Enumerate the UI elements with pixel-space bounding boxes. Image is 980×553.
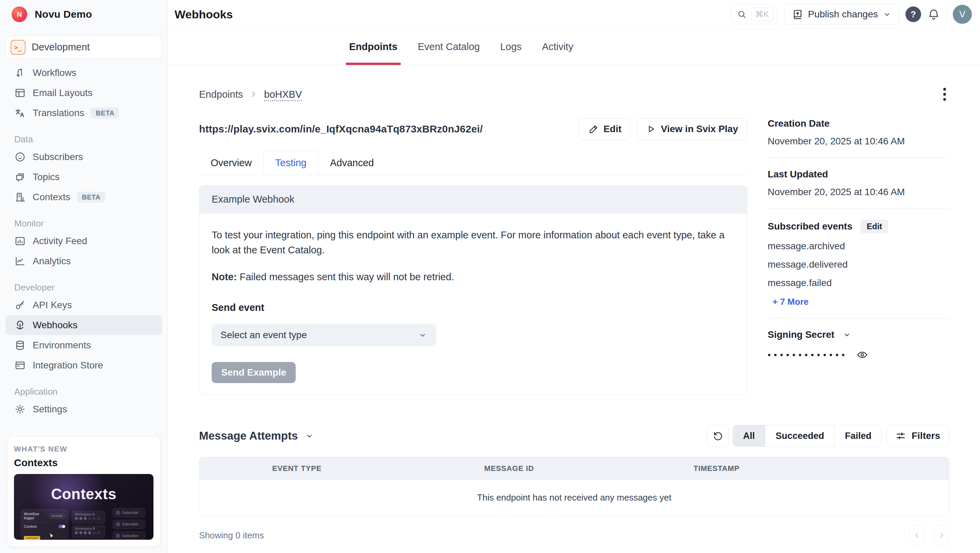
sidebar-item-topics[interactable]: Topics <box>5 167 162 187</box>
last-updated-value: November 20, 2025 at 10:46 AM <box>768 186 950 198</box>
environment-label: Development <box>32 41 90 53</box>
sidebar-item-email-layouts[interactable]: Email Layouts <box>5 83 162 103</box>
more-events-link[interactable]: + 7 More <box>772 296 808 307</box>
sidebar-item-label: Settings <box>33 404 67 415</box>
help-button[interactable]: ? <box>905 6 921 22</box>
whats-new-label: WHAT'S NEW <box>14 445 153 454</box>
edit-button[interactable]: Edit <box>579 118 630 140</box>
sidebar-item-translations[interactable]: Translations BETA <box>5 103 162 123</box>
sidebar-item-label: Workflows <box>33 67 76 78</box>
chevron-down-icon <box>883 10 891 19</box>
tab-event-catalog[interactable]: Event Catalog <box>418 29 480 65</box>
whats-new-card[interactable]: WHAT'S NEW Contexts Contexts Workflow tr… <box>7 431 161 547</box>
showing-items-text: Showing 0 items <box>199 530 264 541</box>
sidebar-item-integration-store[interactable]: Integration Store <box>5 355 162 375</box>
event-type-select[interactable]: Select an event type <box>212 324 436 346</box>
sidebar-item-settings[interactable]: Settings <box>5 399 162 419</box>
divider <box>768 158 950 158</box>
view-label: View in Svix Play <box>661 124 738 134</box>
avatar[interactable]: V <box>953 5 972 24</box>
sidebar-item-workflows[interactable]: Workflows <box>5 63 162 83</box>
example-webhook-note: Note: Failed messages sent this way will… <box>212 270 735 285</box>
subscribed-event: message.delivered <box>768 259 950 270</box>
breadcrumb: Endpoints boHXBV <box>199 89 302 100</box>
segment-succeeded[interactable]: Succeeded <box>765 425 835 446</box>
org-header[interactable]: N Novu Demo <box>0 0 167 29</box>
signing-secret-mask: ••••••••••••• <box>768 350 848 360</box>
sidebar-item-label: Topics <box>33 172 60 183</box>
view-in-svix-play-button[interactable]: View in Svix Play <box>637 118 747 140</box>
message-attempts-table: EVENT TYPE MESSAGE ID TIMESTAMP This end… <box>199 457 950 516</box>
previous-page-button[interactable] <box>909 526 925 545</box>
edit-label: Edit <box>603 124 621 134</box>
tab-activity[interactable]: Activity <box>542 29 573 65</box>
sidebar-item-label: Analytics <box>33 256 71 267</box>
endpoint-main-column: https://play.svix.com/in/e_IqfXqcna94aTq… <box>199 118 747 395</box>
breadcrumb-current[interactable]: boHXBV <box>264 89 302 100</box>
refresh-button[interactable] <box>707 425 729 447</box>
webhook-icon <box>14 319 26 331</box>
send-example-button[interactable]: Send Example <box>212 362 296 383</box>
chevron-down-icon <box>418 330 427 340</box>
creation-date-label: Creation Date <box>768 118 950 129</box>
sidebar-item-environments[interactable]: Environments <box>5 335 162 355</box>
filters-label: Filters <box>912 430 940 441</box>
subtab-overview[interactable]: Overview <box>199 151 263 175</box>
mini-workspace-b: Workspace B <box>72 525 105 538</box>
avatar-letter: V <box>959 9 966 20</box>
notifications-button[interactable] <box>927 8 940 21</box>
filters-button[interactable]: Filters <box>886 425 950 447</box>
example-webhook-description: To test your integration, ping this endp… <box>212 228 735 257</box>
publish-label: Publish changes <box>808 9 878 20</box>
tab-endpoints[interactable]: Endpoints <box>349 29 398 65</box>
endpoint-menu-button[interactable] <box>940 84 950 104</box>
sidebar-item-analytics[interactable]: Analytics <box>5 251 162 271</box>
terminal-icon: >_ <box>11 40 25 55</box>
sidebar-item-contexts[interactable]: Contexts BETA <box>5 187 162 207</box>
whats-new-image-title: Contexts <box>14 486 153 503</box>
endpoint-subtabs: Overview Testing Advanced <box>199 151 747 175</box>
endpoint-detail-page: Endpoints boHXBV https://play.svix.com/i… <box>168 65 980 553</box>
header-divider <box>946 6 947 22</box>
environment-switcher[interactable]: >_ Development <box>5 36 162 59</box>
section-label-data: Data <box>5 132 162 147</box>
signing-secret-label: Signing Secret <box>768 329 834 340</box>
filters-icon <box>895 430 906 441</box>
next-page-button[interactable] <box>934 526 950 545</box>
eye-icon <box>856 349 868 360</box>
divider <box>768 318 950 319</box>
creation-date-value: November 20, 2025 at 10:46 AM <box>768 136 950 147</box>
segment-all[interactable]: All <box>733 425 765 446</box>
edit-events-button[interactable]: Edit <box>861 220 888 233</box>
sidebar-item-activity-feed[interactable]: Activity Feed <box>5 231 162 251</box>
column-timestamp: TIMESTAMP <box>694 464 740 473</box>
top-header: Webhooks ⌘K Publish changes ? V <box>168 0 980 29</box>
sidebar-item-label: Environments <box>33 340 91 351</box>
message-attempts-toggle[interactable]: Message Attempts <box>199 429 314 442</box>
mini-subscriber-3: Subscriber <box>113 531 145 540</box>
sidebar: N Novu Demo >_ Development Workflows Ema… <box>0 0 168 553</box>
help-glyph: ? <box>911 9 916 20</box>
sidebar-item-subscribers[interactable]: Subscribers <box>5 147 162 167</box>
column-message-id: MESSAGE ID <box>484 464 694 473</box>
subscribed-events-label: Subscribed events <box>768 221 853 232</box>
whats-new-image: Contexts Workflow triggerTRIGGER Context… <box>14 474 153 540</box>
mini-workflow-card: Workflow triggerTRIGGER Context context … <box>21 509 68 539</box>
workflows-icon <box>14 67 26 79</box>
bell-icon <box>927 8 940 21</box>
sidebar-item-webhooks[interactable]: Webhooks <box>5 315 162 335</box>
sidebar-item-api-keys[interactable]: API Keys <box>5 295 162 315</box>
subtab-advanced[interactable]: Advanced <box>318 151 385 175</box>
sidebar-item-label: Webhooks <box>33 320 78 331</box>
subscribed-event: message.failed <box>768 277 950 288</box>
tab-logs[interactable]: Logs <box>500 29 522 65</box>
chevron-down-icon[interactable] <box>843 330 851 339</box>
subtab-testing[interactable]: Testing <box>263 151 318 175</box>
message-attempts-title: Message Attempts <box>199 429 298 442</box>
publish-icon <box>792 8 803 20</box>
segment-failed[interactable]: Failed <box>835 425 882 446</box>
publish-changes-button[interactable]: Publish changes <box>784 4 899 25</box>
breadcrumb-endpoints[interactable]: Endpoints <box>199 89 243 100</box>
reveal-secret-button[interactable] <box>856 349 868 360</box>
search-button[interactable]: ⌘K <box>731 5 778 24</box>
